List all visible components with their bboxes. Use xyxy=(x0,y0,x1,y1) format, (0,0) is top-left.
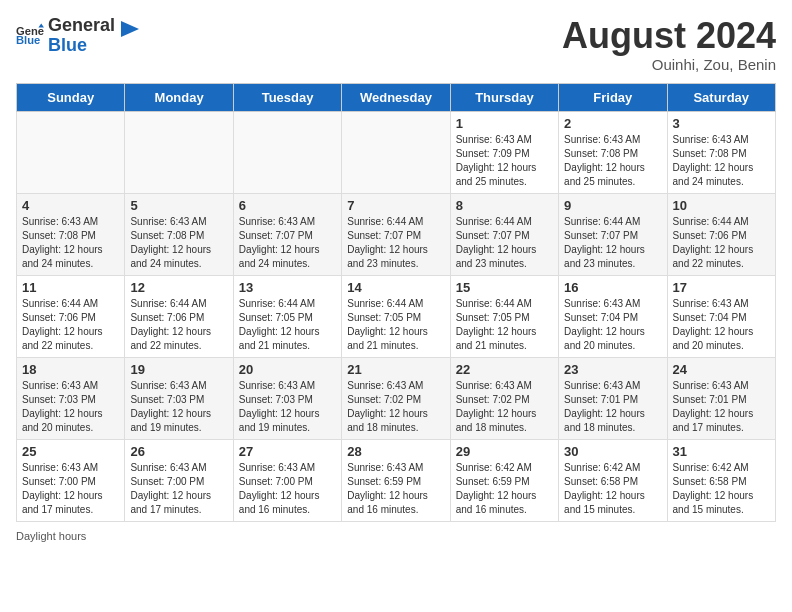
calendar-cell xyxy=(17,111,125,193)
day-info: Sunrise: 6:44 AM Sunset: 7:07 PM Dayligh… xyxy=(456,215,553,271)
day-info: Sunrise: 6:44 AM Sunset: 7:06 PM Dayligh… xyxy=(130,297,227,353)
day-number: 20 xyxy=(239,362,336,377)
weekday-saturday: Saturday xyxy=(667,83,775,111)
logo-triangle-icon xyxy=(121,21,139,43)
calendar-table: SundayMondayTuesdayWednesdayThursdayFrid… xyxy=(16,83,776,522)
day-info: Sunrise: 6:42 AM Sunset: 6:59 PM Dayligh… xyxy=(456,461,553,517)
day-info: Sunrise: 6:43 AM Sunset: 7:00 PM Dayligh… xyxy=(130,461,227,517)
day-info: Sunrise: 6:42 AM Sunset: 6:58 PM Dayligh… xyxy=(564,461,661,517)
calendar-week-row: 1Sunrise: 6:43 AM Sunset: 7:09 PM Daylig… xyxy=(17,111,776,193)
day-info: Sunrise: 6:43 AM Sunset: 7:00 PM Dayligh… xyxy=(239,461,336,517)
calendar-cell: 3Sunrise: 6:43 AM Sunset: 7:08 PM Daylig… xyxy=(667,111,775,193)
day-info: Sunrise: 6:44 AM Sunset: 7:06 PM Dayligh… xyxy=(22,297,119,353)
day-number: 3 xyxy=(673,116,770,131)
calendar-cell: 8Sunrise: 6:44 AM Sunset: 7:07 PM Daylig… xyxy=(450,193,558,275)
calendar-cell: 14Sunrise: 6:44 AM Sunset: 7:05 PM Dayli… xyxy=(342,275,450,357)
calendar-cell: 7Sunrise: 6:44 AM Sunset: 7:07 PM Daylig… xyxy=(342,193,450,275)
day-info: Sunrise: 6:44 AM Sunset: 7:06 PM Dayligh… xyxy=(673,215,770,271)
logo: General Blue General Blue xyxy=(16,16,139,56)
day-number: 24 xyxy=(673,362,770,377)
day-info: Sunrise: 6:43 AM Sunset: 7:08 PM Dayligh… xyxy=(22,215,119,271)
calendar-cell: 5Sunrise: 6:43 AM Sunset: 7:08 PM Daylig… xyxy=(125,193,233,275)
day-number: 25 xyxy=(22,444,119,459)
calendar-cell: 2Sunrise: 6:43 AM Sunset: 7:08 PM Daylig… xyxy=(559,111,667,193)
day-number: 14 xyxy=(347,280,444,295)
weekday-tuesday: Tuesday xyxy=(233,83,341,111)
day-info: Sunrise: 6:44 AM Sunset: 7:07 PM Dayligh… xyxy=(564,215,661,271)
day-info: Sunrise: 6:44 AM Sunset: 7:05 PM Dayligh… xyxy=(347,297,444,353)
day-number: 21 xyxy=(347,362,444,377)
day-number: 10 xyxy=(673,198,770,213)
day-number: 12 xyxy=(130,280,227,295)
svg-text:Blue: Blue xyxy=(16,34,40,46)
calendar-week-row: 11Sunrise: 6:44 AM Sunset: 7:06 PM Dayli… xyxy=(17,275,776,357)
location: Ouinhi, Zou, Benin xyxy=(562,56,776,73)
logo-icon: General Blue xyxy=(16,22,44,50)
day-number: 13 xyxy=(239,280,336,295)
weekday-friday: Friday xyxy=(559,83,667,111)
day-number: 23 xyxy=(564,362,661,377)
calendar-cell: 26Sunrise: 6:43 AM Sunset: 7:00 PM Dayli… xyxy=(125,439,233,521)
day-info: Sunrise: 6:43 AM Sunset: 7:03 PM Dayligh… xyxy=(22,379,119,435)
day-number: 27 xyxy=(239,444,336,459)
day-info: Sunrise: 6:44 AM Sunset: 7:05 PM Dayligh… xyxy=(239,297,336,353)
day-info: Sunrise: 6:43 AM Sunset: 7:01 PM Dayligh… xyxy=(673,379,770,435)
day-number: 16 xyxy=(564,280,661,295)
calendar-cell: 30Sunrise: 6:42 AM Sunset: 6:58 PM Dayli… xyxy=(559,439,667,521)
calendar-week-row: 25Sunrise: 6:43 AM Sunset: 7:00 PM Dayli… xyxy=(17,439,776,521)
calendar-cell: 11Sunrise: 6:44 AM Sunset: 7:06 PM Dayli… xyxy=(17,275,125,357)
weekday-header-row: SundayMondayTuesdayWednesdayThursdayFrid… xyxy=(17,83,776,111)
day-number: 4 xyxy=(22,198,119,213)
calendar-cell xyxy=(233,111,341,193)
day-number: 17 xyxy=(673,280,770,295)
day-info: Sunrise: 6:44 AM Sunset: 7:07 PM Dayligh… xyxy=(347,215,444,271)
day-number: 7 xyxy=(347,198,444,213)
weekday-sunday: Sunday xyxy=(17,83,125,111)
day-info: Sunrise: 6:43 AM Sunset: 7:08 PM Dayligh… xyxy=(130,215,227,271)
calendar-cell: 10Sunrise: 6:44 AM Sunset: 7:06 PM Dayli… xyxy=(667,193,775,275)
calendar-cell: 17Sunrise: 6:43 AM Sunset: 7:04 PM Dayli… xyxy=(667,275,775,357)
weekday-monday: Monday xyxy=(125,83,233,111)
day-number: 6 xyxy=(239,198,336,213)
weekday-thursday: Thursday xyxy=(450,83,558,111)
calendar-cell: 22Sunrise: 6:43 AM Sunset: 7:02 PM Dayli… xyxy=(450,357,558,439)
calendar-cell: 28Sunrise: 6:43 AM Sunset: 6:59 PM Dayli… xyxy=(342,439,450,521)
day-number: 30 xyxy=(564,444,661,459)
calendar-cell: 18Sunrise: 6:43 AM Sunset: 7:03 PM Dayli… xyxy=(17,357,125,439)
day-info: Sunrise: 6:43 AM Sunset: 7:04 PM Dayligh… xyxy=(564,297,661,353)
day-number: 15 xyxy=(456,280,553,295)
calendar-week-row: 4Sunrise: 6:43 AM Sunset: 7:08 PM Daylig… xyxy=(17,193,776,275)
calendar-cell: 27Sunrise: 6:43 AM Sunset: 7:00 PM Dayli… xyxy=(233,439,341,521)
day-number: 28 xyxy=(347,444,444,459)
day-info: Sunrise: 6:43 AM Sunset: 7:00 PM Dayligh… xyxy=(22,461,119,517)
calendar-cell: 29Sunrise: 6:42 AM Sunset: 6:59 PM Dayli… xyxy=(450,439,558,521)
day-info: Sunrise: 6:43 AM Sunset: 7:09 PM Dayligh… xyxy=(456,133,553,189)
day-info: Sunrise: 6:44 AM Sunset: 7:05 PM Dayligh… xyxy=(456,297,553,353)
day-info: Sunrise: 6:43 AM Sunset: 7:01 PM Dayligh… xyxy=(564,379,661,435)
day-info: Sunrise: 6:43 AM Sunset: 7:03 PM Dayligh… xyxy=(239,379,336,435)
calendar-cell: 4Sunrise: 6:43 AM Sunset: 7:08 PM Daylig… xyxy=(17,193,125,275)
calendar-cell: 1Sunrise: 6:43 AM Sunset: 7:09 PM Daylig… xyxy=(450,111,558,193)
day-number: 9 xyxy=(564,198,661,213)
day-info: Sunrise: 6:43 AM Sunset: 6:59 PM Dayligh… xyxy=(347,461,444,517)
logo-general: General xyxy=(48,16,115,36)
calendar-cell: 6Sunrise: 6:43 AM Sunset: 7:07 PM Daylig… xyxy=(233,193,341,275)
day-number: 5 xyxy=(130,198,227,213)
month-title: August 2024 xyxy=(562,16,776,56)
day-info: Sunrise: 6:43 AM Sunset: 7:02 PM Dayligh… xyxy=(347,379,444,435)
day-info: Sunrise: 6:43 AM Sunset: 7:08 PM Dayligh… xyxy=(564,133,661,189)
day-number: 18 xyxy=(22,362,119,377)
daylight-label: Daylight hours xyxy=(16,530,86,542)
day-number: 29 xyxy=(456,444,553,459)
calendar-cell: 20Sunrise: 6:43 AM Sunset: 7:03 PM Dayli… xyxy=(233,357,341,439)
day-number: 31 xyxy=(673,444,770,459)
day-number: 22 xyxy=(456,362,553,377)
calendar-cell: 16Sunrise: 6:43 AM Sunset: 7:04 PM Dayli… xyxy=(559,275,667,357)
calendar-cell: 9Sunrise: 6:44 AM Sunset: 7:07 PM Daylig… xyxy=(559,193,667,275)
calendar-cell: 24Sunrise: 6:43 AM Sunset: 7:01 PM Dayli… xyxy=(667,357,775,439)
day-number: 26 xyxy=(130,444,227,459)
calendar-cell: 23Sunrise: 6:43 AM Sunset: 7:01 PM Dayli… xyxy=(559,357,667,439)
calendar-cell: 25Sunrise: 6:43 AM Sunset: 7:00 PM Dayli… xyxy=(17,439,125,521)
weekday-wednesday: Wednesday xyxy=(342,83,450,111)
calendar-cell xyxy=(125,111,233,193)
